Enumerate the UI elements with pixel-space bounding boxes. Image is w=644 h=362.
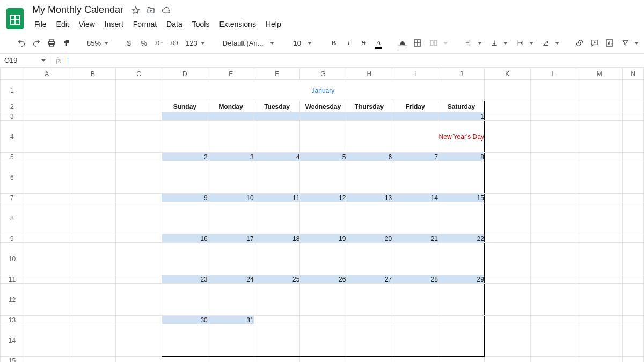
date-body-cell[interactable] xyxy=(254,161,300,194)
col-header[interactable]: E xyxy=(208,68,254,80)
date-cell[interactable]: 10 xyxy=(208,194,254,202)
row-header[interactable]: 14 xyxy=(1,324,24,357)
date-body-cell[interactable] xyxy=(392,284,438,316)
date-cell[interactable]: 9 xyxy=(162,194,208,202)
date-cell[interactable]: 25 xyxy=(254,275,300,284)
row-header[interactable]: 7 xyxy=(1,194,24,202)
date-cell[interactable]: 15 xyxy=(438,194,485,202)
date-body-cell[interactable] xyxy=(438,243,485,275)
date-body-cell[interactable] xyxy=(254,243,300,275)
row-header[interactable]: 11 xyxy=(1,275,24,284)
menu-edit[interactable]: Edit xyxy=(52,18,74,31)
cell[interactable] xyxy=(576,101,623,112)
date-cell[interactable]: 21 xyxy=(392,234,438,243)
row-header[interactable]: 12 xyxy=(1,284,24,316)
fill-color-button[interactable] xyxy=(396,36,409,50)
row-header[interactable]: 10 xyxy=(1,243,24,275)
date-cell[interactable]: 13 xyxy=(346,194,392,202)
date-body-cell[interactable] xyxy=(438,324,485,357)
dow-cell[interactable]: Thursday xyxy=(346,101,392,112)
date-body-cell[interactable] xyxy=(162,161,208,194)
text-rotation-button[interactable] xyxy=(539,36,562,50)
row-header[interactable]: 8 xyxy=(1,202,24,234)
undo-button[interactable] xyxy=(15,36,28,50)
date-body-cell[interactable] xyxy=(300,121,346,153)
date-cell[interactable]: 4 xyxy=(254,153,300,161)
star-icon[interactable] xyxy=(131,5,141,15)
cell[interactable] xyxy=(24,80,70,101)
dow-cell[interactable]: Tuesday xyxy=(254,101,300,112)
col-header[interactable]: M xyxy=(576,68,623,80)
cell[interactable] xyxy=(70,101,116,112)
menu-file[interactable]: File xyxy=(30,18,51,31)
date-body-cell[interactable] xyxy=(208,243,254,275)
menu-insert[interactable]: Insert xyxy=(100,18,128,31)
dow-cell[interactable]: Wednesday xyxy=(300,101,346,112)
date-body-cell[interactable] xyxy=(254,121,300,153)
insert-comment-button[interactable] xyxy=(588,36,601,50)
date-body-cell[interactable] xyxy=(254,324,300,357)
row-header[interactable]: 3 xyxy=(1,112,24,121)
zoom-select[interactable]: 85% xyxy=(84,36,112,50)
date-cell[interactable] xyxy=(392,112,438,121)
dow-cell[interactable]: Monday xyxy=(208,101,254,112)
font-size-select[interactable]: 10 xyxy=(289,36,317,50)
increase-decimal-button[interactable]: .00 xyxy=(167,36,180,50)
document-title[interactable]: My Monthly Calendar xyxy=(30,3,126,17)
date-body-cell[interactable] xyxy=(162,243,208,275)
date-body-cell[interactable] xyxy=(254,284,300,316)
merge-cells-button[interactable] xyxy=(426,36,451,50)
date-cell[interactable] xyxy=(254,316,300,324)
date-body-cell[interactable] xyxy=(300,324,346,357)
text-wrap-button[interactable] xyxy=(513,36,537,50)
spreadsheet-grid[interactable]: A B C D E F G H I J K L M N 1 January 2 … xyxy=(0,68,644,362)
row-header[interactable]: 1 xyxy=(1,80,24,101)
date-body-cell[interactable] xyxy=(162,284,208,316)
col-header[interactable]: J xyxy=(438,68,485,80)
cell[interactable] xyxy=(484,80,530,101)
col-header[interactable]: D xyxy=(162,68,208,80)
row-header[interactable]: 4 xyxy=(1,121,24,153)
horizontal-align-button[interactable] xyxy=(462,36,485,50)
filter-button[interactable] xyxy=(618,36,642,50)
date-body-cell[interactable] xyxy=(438,202,485,234)
date-cell[interactable]: 14 xyxy=(392,194,438,202)
date-body-cell[interactable] xyxy=(208,284,254,316)
row-header[interactable]: 15 xyxy=(1,357,24,363)
date-body-cell[interactable] xyxy=(208,324,254,357)
format-currency-button[interactable]: $ xyxy=(122,36,135,50)
date-body-cell[interactable] xyxy=(162,324,208,357)
date-cell[interactable]: 22 xyxy=(438,234,485,243)
insert-link-button[interactable] xyxy=(573,36,586,50)
date-cell[interactable]: 17 xyxy=(208,234,254,243)
date-body-cell[interactable] xyxy=(392,324,438,357)
move-icon[interactable] xyxy=(146,5,156,15)
more-formats-button[interactable]: 123 xyxy=(182,36,208,50)
date-cell[interactable]: 20 xyxy=(346,234,392,243)
cell[interactable] xyxy=(622,101,643,112)
date-cell[interactable] xyxy=(346,316,392,324)
cell[interactable] xyxy=(70,80,116,101)
date-body-cell[interactable] xyxy=(346,243,392,275)
date-body-cell[interactable] xyxy=(346,284,392,316)
sheets-app-icon[interactable] xyxy=(4,8,26,29)
cell[interactable] xyxy=(24,101,70,112)
date-cell[interactable] xyxy=(162,112,208,121)
borders-button[interactable] xyxy=(411,36,424,50)
row-header[interactable]: 13 xyxy=(1,316,24,324)
date-cell[interactable]: 1 xyxy=(438,112,485,121)
col-header[interactable]: B xyxy=(70,68,116,80)
date-body-cell[interactable] xyxy=(208,161,254,194)
cell[interactable] xyxy=(576,80,623,101)
date-body-cell[interactable] xyxy=(208,202,254,234)
col-header[interactable]: L xyxy=(530,68,576,80)
col-header[interactable]: N xyxy=(622,68,643,80)
date-cell[interactable]: 3 xyxy=(208,153,254,161)
date-cell[interactable]: 24 xyxy=(208,275,254,284)
date-body-cell[interactable] xyxy=(392,243,438,275)
date-body-cell[interactable] xyxy=(300,243,346,275)
cloud-status-icon[interactable] xyxy=(161,5,171,15)
dow-cell[interactable]: Saturday xyxy=(438,101,485,112)
date-body-cell[interactable] xyxy=(392,202,438,234)
format-percent-button[interactable]: % xyxy=(137,36,150,50)
